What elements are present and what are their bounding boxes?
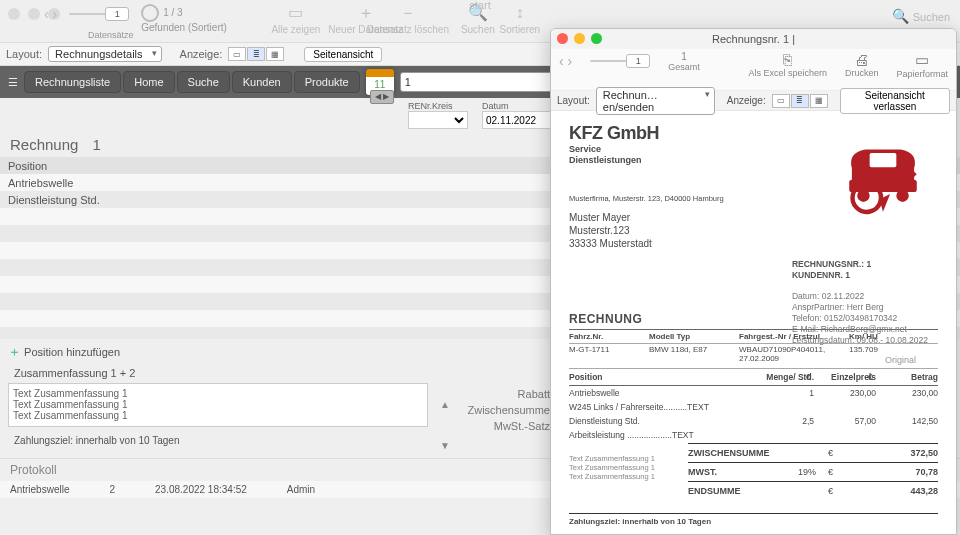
datum-label: Datum <box>482 101 560 111</box>
inv-item-row: Antriebswelle1230,00230,00 <box>569 386 938 400</box>
summary-textbox[interactable]: Text Zusammenfassung 1Text Zusammenfassu… <box>8 383 428 427</box>
paper-format-button[interactable]: ▭Papierformat <box>896 51 948 88</box>
preview-traffic-lights[interactable] <box>557 33 602 44</box>
original-label: Original <box>885 355 916 365</box>
inv-item-row: Arbeitsleistung ...................TEXT <box>569 428 938 442</box>
preview-toolbar: ‹ › 1 1 Gesamt Seiten ⎘Als Excel speiche… <box>551 49 956 91</box>
svg-point-2 <box>896 189 908 201</box>
nav-arrows[interactable]: ◀ ▶ <box>370 90 394 104</box>
invoice-totals: ZWISCHENSUMME€372,50 MWST.19%€70,78 ENDS… <box>688 443 938 500</box>
inv-item-row: W245 Links / Fahrerseite..........TEXT <box>569 400 938 414</box>
print-button[interactable]: 🖨Drucken <box>845 51 879 88</box>
preview-layout-bar: Layout: Rechnun…en/senden Anzeige: ▭≣▦ S… <box>551 91 956 111</box>
search-icon[interactable]: 🔍 Suchen <box>892 8 950 24</box>
suche-button[interactable]: Suche <box>177 71 230 93</box>
anzeige-label: Anzeige: <box>180 48 223 60</box>
totals-labels: Rabatt Zwischensumme MwSt.-Satz <box>467 386 550 434</box>
svg-point-1 <box>857 189 869 201</box>
preview-titlebar: Rechnungsnr. 1 | <box>551 29 956 49</box>
kunden-button[interactable]: Kunden <box>232 71 292 93</box>
produkte-button[interactable]: Produkte <box>294 71 360 93</box>
traffic-lights[interactable] <box>8 8 60 20</box>
home-button[interactable]: Home <box>123 71 174 93</box>
pv-anzeige-label: Anzeige: <box>727 95 766 106</box>
layout-dropdown[interactable]: Rechnungsdetails <box>48 46 161 62</box>
preview-page-count: 1 Gesamt <box>668 51 700 88</box>
datum-input[interactable] <box>482 111 560 129</box>
window-title: start <box>469 0 490 11</box>
scroll-up-icon[interactable]: ▲ <box>440 399 550 410</box>
preview-prev-next[interactable]: ‹ › <box>559 51 572 88</box>
view-icons[interactable]: ▭≣▦ <box>228 47 284 61</box>
datensaetze-label: Datensätze <box>88 30 134 40</box>
leave-preview-button[interactable]: Seitenansicht verlassen <box>840 88 950 114</box>
pv-layout-dropdown[interactable]: Rechnun…en/senden <box>596 87 715 115</box>
record-slider[interactable]: 1 <box>69 4 129 24</box>
invoice-payment-term: Zahlungsziel: innerhalb von 10 Tagen <box>569 513 938 526</box>
svg-rect-3 <box>870 153 897 167</box>
pv-layout-label: Layout: <box>557 95 590 106</box>
preview-slider[interactable]: 1 <box>590 51 650 71</box>
car-row: M-GT-1711BMW 118d, E87WBAUD71090P404011,… <box>569 344 938 369</box>
pv-view-icons[interactable]: ▭≣▦ <box>772 94 828 108</box>
inv-item-row: Dienstleistung Std.2,557,00142,50 <box>569 414 938 428</box>
list-icon[interactable]: ☰ <box>4 72 22 93</box>
seitenansicht-button[interactable]: Seitenansicht <box>304 47 382 62</box>
rechnungsliste-button[interactable]: Rechnungsliste <box>24 71 121 93</box>
excel-export-button[interactable]: ⎘Als Excel speichern <box>748 51 827 88</box>
scroll-down-icon[interactable]: ▼ <box>440 440 550 451</box>
delete-record-button[interactable]: －Datensatz löschen <box>393 4 423 35</box>
inv-items-header: PositionMenge/ Std.EinzelpreisBetrag <box>569 369 938 386</box>
renr-select[interactable] <box>408 111 468 129</box>
preview-window: Rechnungsnr. 1 | ‹ › 1 1 Gesamt Seiten ⎘… <box>550 28 957 535</box>
renr-label: RENr.Kreis <box>408 101 468 111</box>
layout-label: Layout: <box>6 48 42 60</box>
car-logo-icon <box>838 137 928 219</box>
preview-title: Rechnungsnr. 1 | <box>712 33 795 45</box>
invoice-document: KFZ GmbH Service Dienstleistungen Muster… <box>551 111 956 534</box>
invoice-meta: RECHNUNGSNR.: 1 KUNDENNR. 1 Datum: 02.11… <box>792 259 928 346</box>
show-all-button[interactable]: ▭Alle zeigen <box>281 4 311 35</box>
record-counter: 1 / 3 Gefunden (Sortiert) <box>141 4 227 33</box>
sort-button[interactable]: ↕Sortieren <box>505 4 535 35</box>
